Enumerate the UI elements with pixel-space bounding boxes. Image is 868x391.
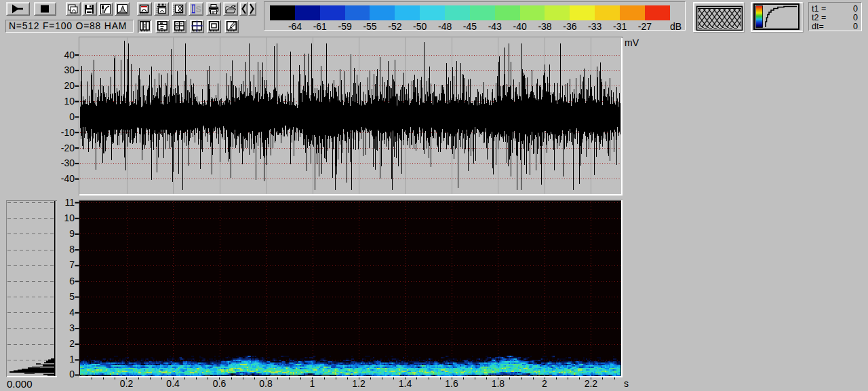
svg-text:40: 40	[64, 50, 75, 60]
svg-text:0.8: 0.8	[259, 378, 273, 389]
svg-text:8: 8	[69, 244, 75, 255]
svg-text:s: s	[624, 378, 629, 389]
svg-text:0.6: 0.6	[213, 378, 226, 389]
svg-text:2: 2	[69, 338, 75, 349]
svg-text:1.8: 1.8	[492, 378, 505, 389]
svg-text:1.4: 1.4	[399, 378, 412, 389]
svg-text:-30: -30	[61, 157, 75, 168]
svg-text:mV: mV	[625, 37, 639, 48]
svg-text:10: 10	[64, 212, 75, 223]
svg-text:0.000: 0.000	[7, 378, 33, 390]
svg-text:0.4: 0.4	[166, 378, 180, 389]
svg-text:1: 1	[69, 354, 75, 365]
svg-text:10: 10	[64, 96, 75, 107]
svg-text:-40: -40	[61, 173, 75, 184]
svg-text:1.2: 1.2	[352, 378, 366, 389]
svg-text:7: 7	[69, 259, 75, 270]
svg-text:6: 6	[69, 276, 75, 286]
svg-text:1.6: 1.6	[445, 378, 458, 389]
svg-text:5: 5	[69, 291, 75, 302]
svg-text:0: 0	[69, 369, 75, 379]
svg-text:4: 4	[69, 307, 75, 318]
svg-text:-10: -10	[61, 127, 75, 138]
svg-text:20: 20	[64, 80, 75, 91]
svg-text:-20: -20	[61, 143, 75, 153]
svg-text:0.2: 0.2	[120, 378, 134, 389]
svg-text:0: 0	[69, 111, 75, 122]
svg-text:30: 30	[64, 64, 75, 75]
svg-text:3: 3	[69, 322, 75, 333]
svg-text:1: 1	[310, 378, 315, 389]
svg-text:2.2: 2.2	[585, 378, 598, 389]
svg-text:9: 9	[69, 228, 75, 239]
svg-text:2: 2	[542, 378, 547, 389]
svg-text:11: 11	[64, 197, 75, 208]
